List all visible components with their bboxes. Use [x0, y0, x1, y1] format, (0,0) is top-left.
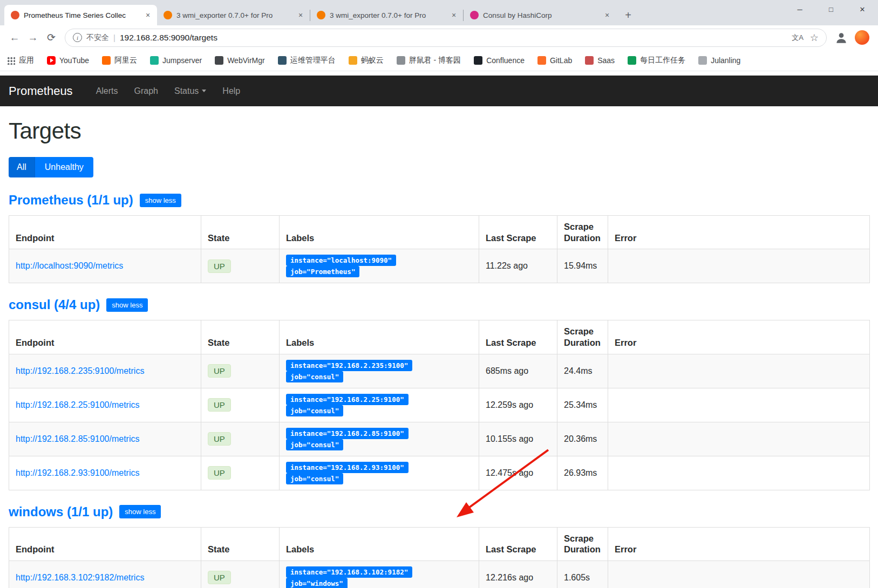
brand-link[interactable]: Prometheus [9, 84, 73, 98]
bookmark-item[interactable]: 运维管理平台 [278, 56, 336, 65]
targets-table: EndpointStateLabelsLast ScrapeScrape Dur… [9, 320, 870, 490]
bookmark-label: 应用 [19, 56, 34, 65]
site-info-icon[interactable]: i [73, 33, 82, 42]
error-value [608, 388, 870, 422]
endpoint-link[interactable]: http://192.168.3.102:9182/metrics [16, 573, 144, 582]
confluence-icon [474, 56, 482, 65]
minimize-button[interactable]: ─ [784, 0, 815, 18]
apps-grid-icon [6, 56, 15, 65]
scrape-duration-value: 20.36ms [557, 422, 608, 456]
job-section-title[interactable]: consul (4/4 up) [9, 297, 100, 312]
column-header: Labels [280, 216, 479, 249]
window-controls: ─ □ ✕ [784, 0, 878, 18]
tab-close-icon[interactable]: × [296, 10, 305, 20]
column-header: Endpoint [9, 527, 201, 560]
ops-platform-icon [278, 56, 287, 65]
browser-update-icon[interactable] [855, 30, 869, 45]
column-header: Scrape Duration [557, 320, 608, 354]
show-less-button[interactable]: show less [106, 298, 148, 312]
column-header: Labels [280, 320, 479, 354]
endpoint-link[interactable]: http://192.168.2.25:9100/metrics [16, 400, 139, 409]
column-header: Last Scrape [479, 527, 557, 560]
browser-tab[interactable]: Prometheus Time Series Collec× [4, 5, 157, 25]
bookmark-item[interactable]: 阿里云 [102, 56, 137, 65]
nav-item-help[interactable]: Help [214, 86, 248, 96]
tab-close-icon[interactable]: × [449, 10, 459, 20]
nav-item-status[interactable]: Status [166, 86, 214, 96]
bookmark-item[interactable]: 应用 [6, 56, 34, 65]
show-less-button[interactable]: show less [119, 505, 161, 518]
label-badge: instance="192.168.2.85:9100" [286, 428, 409, 439]
endpoint-link[interactable]: http://192.168.2.235:9100/metrics [16, 366, 144, 375]
bookmark-item[interactable]: Saas [585, 56, 615, 65]
bookmark-item[interactable]: 每日工作任务 [628, 56, 685, 65]
filter-all-button[interactable]: All [9, 157, 35, 177]
bookmark-item[interactable]: WebVirMgr [215, 56, 265, 65]
back-icon[interactable]: ← [5, 29, 24, 47]
endpoint-link[interactable]: http://192.168.2.93:9100/metrics [16, 468, 139, 477]
saas-icon [585, 56, 594, 65]
bookmark-item[interactable]: 蚂蚁云 [349, 56, 384, 65]
endpoint-link[interactable]: http://192.168.2.85:9100/metrics [16, 434, 139, 443]
state-badge: UP [208, 432, 231, 446]
reload-icon[interactable]: ⟳ [42, 29, 60, 47]
browser-tab[interactable]: Consul by HashiCorp× [464, 5, 616, 25]
bookmark-item[interactable]: GitLab [537, 56, 572, 65]
state-badge: UP [208, 364, 231, 378]
filter-unhealthy-button[interactable]: Unhealthy [35, 157, 93, 177]
last-scrape-value: 12.216s ago [479, 560, 557, 588]
browser-tab[interactable]: 3 wmi_exporter 0.7.0+ for Pro× [310, 5, 463, 25]
nav-item-graph[interactable]: Graph [126, 86, 166, 96]
tab-title: Consul by HashiCorp [483, 11, 598, 19]
tab-strip: Prometheus Time Series Collec×3 wmi_expo… [4, 5, 616, 25]
error-value [608, 456, 870, 490]
maximize-button[interactable]: □ [815, 0, 847, 18]
person-icon [834, 31, 848, 45]
targets-table: EndpointStateLabelsLast ScrapeScrape Dur… [9, 527, 870, 588]
scrape-duration-value: 26.93ms [557, 456, 608, 490]
bookmarks-bar: 应用YouTube阿里云JumpserverWebVirMgr运维管理平台蚂蚁云… [0, 50, 878, 71]
bookmark-item[interactable]: Julanling [698, 56, 740, 65]
webvirmgr-icon [215, 56, 223, 65]
translate-icon[interactable]: 文A [792, 33, 804, 43]
profile-avatar-icon[interactable] [833, 30, 849, 46]
url-separator: | [113, 33, 115, 42]
scrape-duration-value: 24.4ms [557, 354, 608, 388]
last-scrape-value: 12.259s ago [479, 388, 557, 422]
close-button[interactable]: ✕ [847, 0, 878, 18]
bookmark-label: WebVirMgr [227, 56, 265, 65]
job-section-title[interactable]: windows (1/1 up) [9, 504, 113, 519]
address-bar[interactable]: i 不安全 | 192.168.2.85:9090/targets 文A ☆ [65, 29, 827, 47]
column-header: State [201, 527, 280, 560]
bookmark-item[interactable]: 胖鼠君 - 博客园 [397, 56, 461, 65]
bookmark-item[interactable]: Jumpserver [150, 56, 202, 65]
tab-close-icon[interactable]: × [143, 10, 153, 20]
chevron-down-icon [202, 90, 206, 92]
show-less-button[interactable]: show less [140, 194, 181, 207]
label-badge: instance="192.168.2.93:9100" [286, 462, 409, 473]
cnblogs-icon [397, 56, 405, 65]
column-header: Scrape Duration [557, 216, 608, 249]
job-section-title[interactable]: Prometheus (1/1 up) [9, 193, 133, 208]
page-title: Targets [9, 118, 869, 144]
nav-item-alerts[interactable]: Alerts [88, 86, 126, 96]
label-badge: job="consul" [286, 371, 343, 382]
target-row: http://192.168.2.85:9100/metricsUPinstan… [9, 422, 870, 456]
column-header: State [201, 320, 280, 354]
sheets-icon [628, 56, 636, 65]
bookmark-star-icon[interactable]: ☆ [810, 32, 819, 44]
column-header: Error [608, 216, 870, 249]
last-scrape-value: 11.22s ago [479, 249, 557, 283]
bookmark-item[interactable]: Confluence [474, 56, 525, 65]
scrape-duration-value: 15.94ms [557, 249, 608, 283]
state-badge: UP [208, 398, 231, 412]
browser-toolbar: ← → ⟳ i 不安全 | 192.168.2.85:9090/targets … [0, 25, 878, 50]
security-label: 不安全 [86, 33, 109, 43]
forward-icon[interactable]: → [24, 29, 42, 47]
bookmark-item[interactable]: YouTube [47, 56, 89, 65]
new-tab-button[interactable]: + [621, 8, 636, 23]
targets-table: EndpointStateLabelsLast ScrapeScrape Dur… [9, 215, 870, 283]
tab-close-icon[interactable]: × [602, 10, 612, 20]
endpoint-link[interactable]: http://localhost:9090/metrics [16, 261, 123, 270]
browser-tab[interactable]: 3 wmi_exporter 0.7.0+ for Pro× [157, 5, 310, 25]
